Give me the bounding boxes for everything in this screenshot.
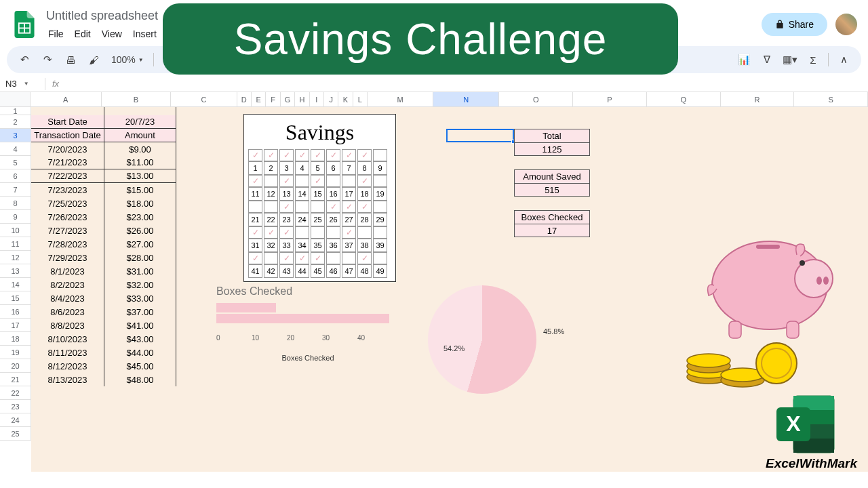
col-header-R[interactable]: R <box>721 92 795 106</box>
table-row[interactable]: 8/4/2023$33.00 <box>31 291 176 305</box>
table-row[interactable]: 8/6/2023$37.00 <box>31 305 176 319</box>
col-header-P[interactable]: P <box>573 92 647 106</box>
col-header-F[interactable]: F <box>266 92 280 106</box>
table-row[interactable]: 7/21/2023$11.00 <box>31 156 176 169</box>
row-header-21[interactable]: 21 <box>0 373 31 386</box>
col-header-O[interactable]: O <box>499 92 573 106</box>
checkbox-2[interactable]: ✓ <box>264 149 278 161</box>
total-value[interactable]: 1125 <box>514 142 590 156</box>
cell-amount-label[interactable]: Amount <box>104 129 176 142</box>
row-header-3[interactable]: 3 <box>0 129 31 142</box>
checkbox-9[interactable] <box>373 149 387 161</box>
col-header-Q[interactable]: Q <box>647 92 721 106</box>
checkbox-3[interactable]: ✓ <box>279 149 294 161</box>
table-row[interactable]: 8/2/2023$32.00 <box>31 278 176 291</box>
checkbox-48[interactable]: ✓ <box>357 252 372 264</box>
table-row[interactable]: 7/25/2023$18.00 <box>31 197 176 210</box>
col-header-G[interactable]: G <box>281 92 295 106</box>
checkbox-49[interactable] <box>373 252 387 264</box>
share-button[interactable]: Share <box>762 13 827 36</box>
sheet-canvas[interactable]: Start Date20/7/23 Transaction DateAmount… <box>31 107 868 472</box>
table-row[interactable]: 7/20/2023$9.00 <box>31 142 176 156</box>
spreadsheet-grid[interactable]: ABCDEFGHIJKLMNOPQRS 12345678910111213141… <box>0 92 868 472</box>
checkbox-34[interactable] <box>295 226 309 239</box>
checkbox-42[interactable] <box>264 252 278 264</box>
table-row[interactable]: 8/11/2023$44.00 <box>31 346 176 359</box>
col-header-M[interactable]: M <box>368 92 433 106</box>
active-cell[interactable] <box>446 129 514 142</box>
collapse-toolbar-button[interactable]: ∧ <box>834 50 853 69</box>
row-header-20[interactable]: 20 <box>0 359 31 373</box>
functions-button[interactable]: Σ <box>804 50 823 69</box>
col-header-I[interactable]: I <box>310 92 324 106</box>
print-button[interactable]: 🖶 <box>61 50 80 69</box>
col-header-H[interactable]: H <box>295 92 309 106</box>
row-header-2[interactable]: 2 <box>0 115 31 129</box>
savings-pie-chart[interactable] <box>428 285 536 394</box>
col-header-B[interactable]: B <box>102 92 172 106</box>
row-header-6[interactable]: 6 <box>0 169 31 183</box>
row-header-5[interactable]: 5 <box>0 156 31 169</box>
table-row[interactable]: 8/12/2023$45.00 <box>31 359 176 373</box>
checkbox-28[interactable]: ✓ <box>357 201 372 213</box>
amount-saved-label[interactable]: Amount Saved <box>514 169 590 183</box>
checkbox-7[interactable]: ✓ <box>342 149 356 161</box>
checkbox-11[interactable]: ✓ <box>248 175 262 187</box>
row-header-10[interactable]: 10 <box>0 224 31 237</box>
checkbox-19[interactable] <box>373 175 387 187</box>
row-header-14[interactable]: 14 <box>0 278 31 291</box>
checkbox-15[interactable]: ✓ <box>311 175 325 187</box>
checkbox-25[interactable] <box>311 201 325 213</box>
checkbox-39[interactable] <box>373 226 387 239</box>
menu-insert[interactable]: Insert <box>128 26 161 42</box>
sheets-logo-icon[interactable] <box>11 11 38 38</box>
table-row[interactable]: 8/8/2023$41.00 <box>31 319 176 332</box>
table-row[interactable]: 7/26/2023$23.00 <box>31 210 176 224</box>
col-header-E[interactable]: E <box>252 92 266 106</box>
row-header-25[interactable]: 25 <box>0 427 31 441</box>
filter-button[interactable]: ∇ <box>757 50 776 69</box>
col-header-S[interactable]: S <box>794 92 868 106</box>
total-label[interactable]: Total <box>514 129 590 142</box>
table-row[interactable]: 7/27/2023$26.00 <box>31 224 176 237</box>
col-header-N[interactable]: N <box>433 92 499 106</box>
checkbox-23[interactable]: ✓ <box>279 201 294 213</box>
col-header-C[interactable]: C <box>171 92 237 106</box>
filter-views-button[interactable]: ▦▾ <box>781 50 800 69</box>
undo-button[interactable]: ↶ <box>15 50 34 69</box>
name-box[interactable]: N3▼ <box>5 79 38 89</box>
checkbox-41[interactable]: ✓ <box>248 252 262 264</box>
checkbox-6[interactable]: ✓ <box>326 149 340 161</box>
checkbox-14[interactable] <box>295 175 309 187</box>
checkbox-45[interactable]: ✓ <box>311 252 325 264</box>
boxes-checked-value[interactable]: 17 <box>514 224 590 237</box>
checkbox-13[interactable]: ✓ <box>279 175 294 187</box>
row-header-13[interactable]: 13 <box>0 264 31 278</box>
zoom-select[interactable]: 100% ▼ <box>107 54 148 65</box>
table-row[interactable]: 7/29/2023$28.00 <box>31 251 176 264</box>
checkbox-29[interactable] <box>373 201 387 213</box>
table-row[interactable]: 7/28/2023$27.00 <box>31 237 176 251</box>
table-row[interactable]: 8/13/2023$48.00 <box>31 373 176 386</box>
checkbox-46[interactable] <box>326 252 340 264</box>
menu-view[interactable]: View <box>97 26 127 42</box>
checkbox-26[interactable]: ✓ <box>326 201 340 213</box>
row-header-12[interactable]: 12 <box>0 251 31 264</box>
row-header-11[interactable]: 11 <box>0 237 31 251</box>
checkbox-27[interactable]: ✓ <box>342 201 356 213</box>
cell-start-date-value[interactable]: 20/7/23 <box>104 115 176 129</box>
table-row[interactable]: 8/1/2023$31.00 <box>31 264 176 278</box>
col-header-K[interactable]: K <box>338 92 353 106</box>
row-header-22[interactable]: 22 <box>0 386 31 400</box>
checkbox-12[interactable] <box>264 175 278 187</box>
cell-start-date-label[interactable]: Start Date <box>31 115 104 129</box>
row-header-4[interactable]: 4 <box>0 142 31 156</box>
paint-format-button[interactable]: 🖌 <box>84 50 103 69</box>
checkbox-8[interactable]: ✓ <box>357 149 372 161</box>
row-header-15[interactable]: 15 <box>0 291 31 305</box>
menu-edit[interactable]: Edit <box>70 26 96 42</box>
checkbox-47[interactable] <box>342 252 356 264</box>
checkbox-4[interactable]: ✓ <box>295 149 309 161</box>
checkbox-18[interactable]: ✓ <box>357 175 372 187</box>
row-header-8[interactable]: 8 <box>0 197 31 210</box>
